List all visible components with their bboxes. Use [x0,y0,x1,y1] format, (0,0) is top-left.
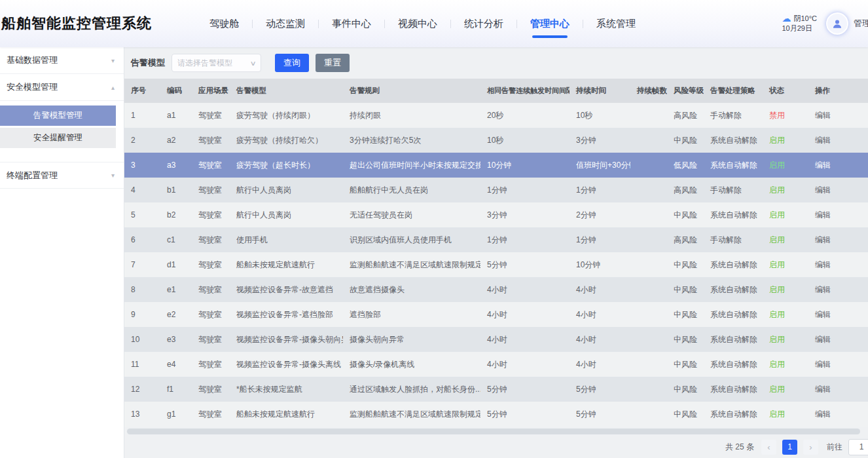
cell-scene: 驾驶室 [192,178,230,202]
cell-action[interactable]: 编辑 [808,402,868,427]
cell-action[interactable]: 编辑 [808,277,868,302]
cell-model: 视频监控设备异常-遮挡脸部 [230,302,343,327]
table-row[interactable]: 2a2驾驶室疲劳驾驶（持续打哈欠）3分钟连续打哈欠5次10秒3分钟中风险系统自动… [124,128,868,153]
table-row[interactable]: 3a3驾驶室疲劳驾驶（超长时长）超出公司值班时间半小时未按规定交接10分钟值班时… [124,153,868,178]
table-row[interactable]: 11e4驾驶室视频监控设备异常-摄像头离线摄像头/录像机离线4小时4小时中风险系… [124,352,868,377]
table-row[interactable]: 10e3驾驶室视频监控设备异常-摄像头朝向异常摄像头朝向异常4小时4小时中风险系… [124,327,868,352]
cell-frames [630,252,667,277]
cell-rule: 遮挡脸部 [343,302,480,327]
alarm-model-select[interactable]: 请选择告警模型 ∨ [172,54,261,72]
cell-strategy: 系统自动解除 [704,302,763,327]
nav-item-statistics[interactable]: 统计分析 [464,18,503,30]
nav-item-management-center[interactable]: 管理中心 [530,18,570,30]
cell-action[interactable]: 编辑 [808,178,868,202]
cell-index: 9 [124,302,160,327]
cell-action[interactable]: 编辑 [808,227,868,252]
cell-index: 4 [124,178,160,202]
cell-frames [630,227,667,252]
cell-scene: 驾驶室 [192,252,230,277]
cell-status: 启用 [763,252,808,277]
nav-item-event-center[interactable]: 事件中心 [332,18,371,30]
prev-page-button[interactable]: ‹ [761,440,776,455]
cell-risk: 中风险 [667,128,704,153]
table-row[interactable]: 1a1驾驶室疲劳驾驶（持续闭眼）持续闭眼20秒10秒高风险手动解除禁用编辑 [124,103,868,128]
table-row[interactable]: 13g1驾驶室船舶未按规定航速航行监测船舶航速不满足区域航速限制规定5分钟5分钟… [124,402,868,427]
sidebar-item-alarm-model-management[interactable]: 告警模型管理 [0,105,116,126]
cell-rule: 通过区域触发人脸抓拍，对船长身份... [343,377,480,402]
cell-rule: 摄像头/录像机离线 [343,352,480,377]
cell-risk: 高风险 [667,103,704,128]
cell-risk: 中风险 [667,302,704,327]
sidebar-submenu: 告警模型管理 安全提醒管理 [0,101,124,154]
cell-strategy: 手动解除 [704,103,763,128]
sidebar-group-security-model[interactable]: 安全模型管理 ▴ [0,74,124,101]
cell-action[interactable]: 编辑 [808,352,868,377]
table-row[interactable]: 6c1驾驶室使用手机识别区域内值班人员使用手机1分钟1分钟高风险手动解除启用编辑 [124,227,868,252]
cell-index: 13 [124,402,160,427]
cell-code: c1 [160,227,192,252]
sidebar-group-basic-data[interactable]: 基础数据管理 ▾ [0,47,124,74]
cell-action[interactable]: 编辑 [808,302,868,327]
cell-scene: 驾驶室 [192,377,230,402]
nav-item-cockpit[interactable]: 驾驶舱 [209,18,239,30]
cell-interval: 5分钟 [480,377,570,402]
weather-temp: 阴10°C [793,14,817,24]
cell-scene: 驾驶室 [192,327,230,352]
search-button[interactable]: 查询 [275,54,309,72]
alarm-model-table: 序号 编码 应用场景 告警模型 告警规则 相同告警连续触发时间间隔 持续时间 持… [124,79,868,427]
cell-action[interactable]: 编辑 [808,202,868,227]
sidebar-item-safety-reminder-management[interactable]: 安全提醒管理 [0,128,116,148]
cell-action[interactable]: 编辑 [808,327,868,352]
cell-action[interactable]: 编辑 [808,252,868,277]
caret-up-icon: ▴ [111,84,115,91]
cell-action[interactable]: 编辑 [808,128,868,153]
nav-item-system-management[interactable]: 系统管理 [596,18,636,30]
cell-rule: 3分钟连续打哈欠5次 [343,128,480,153]
table-body: 1a1驾驶室疲劳驾驶（持续闭眼）持续闭眼20秒10秒高风险手动解除禁用编辑2a2… [124,103,868,427]
cell-index: 5 [124,202,160,227]
cell-action[interactable]: 编辑 [808,103,868,128]
cell-status: 启用 [763,352,808,377]
user-avatar[interactable] [826,12,848,35]
table-row[interactable]: 9e2驾驶室视频监控设备异常-遮挡脸部遮挡脸部4小时4小时中风险系统自动解除启用… [124,302,868,327]
goto-page-input[interactable] [848,439,868,455]
cell-rule: 故意遮挡摄像头 [343,277,480,302]
table-row[interactable]: 8e1驾驶室视频监控设备异常-故意遮挡故意遮挡摄像头4小时4小时中风险系统自动解… [124,277,868,302]
cell-duration: 5分钟 [570,402,630,427]
horizontal-scrollbar[interactable] [124,428,868,435]
cell-action[interactable]: 编辑 [808,153,868,178]
nav-item-dynamic-monitoring[interactable]: 动态监测 [266,18,305,30]
table-row[interactable]: 7d1驾驶室船舶未按规定航速航行监测船舶航速不满足区域航速限制规定5分钟10分钟… [124,252,868,277]
cell-status: 启用 [763,302,808,327]
cell-interval: 4小时 [480,277,570,302]
sidebar-group-terminal-config[interactable]: 终端配置管理 ▾ [0,162,124,189]
nav-divider [252,20,253,28]
cell-duration: 值班时间+30分钟 [570,153,630,178]
cell-strategy: 系统自动解除 [704,202,763,227]
column-header-model: 告警模型 [230,79,343,103]
chevron-left-icon: ‹ [767,442,770,452]
cell-duration: 1分钟 [570,227,630,252]
cell-code: e4 [160,352,192,377]
cell-scene: 驾驶室 [192,302,230,327]
cell-model: 疲劳驾驶（持续闭眼） [230,103,343,128]
next-page-button[interactable]: › [803,440,818,455]
cell-strategy: 系统自动解除 [704,252,763,277]
scrollbar-thumb[interactable] [127,429,860,434]
cell-scene: 驾驶室 [192,153,230,178]
cell-risk: 中风险 [667,402,704,427]
nav-item-video-center[interactable]: 视频中心 [398,18,437,30]
page-button-1[interactable]: 1 [782,440,797,455]
cell-code: b2 [160,202,192,227]
cell-risk: 中风险 [667,352,704,377]
table-row[interactable]: 5b2驾驶室航行中人员离岗无适任驾驶员在岗3分钟2分钟中风险系统自动解除启用编辑 [124,202,868,227]
table-row[interactable]: 4b1驾驶室航行中人员离岗船舶航行中无人员在岗1分钟1分钟高风险手动解除启用编辑 [124,178,868,202]
column-header-status: 状态 [763,79,808,103]
cell-strategy: 系统自动解除 [704,352,763,377]
cell-scene: 驾驶室 [192,202,230,227]
table-row[interactable]: 12f1驾驶室*船长未按规定监航通过区域触发人脸抓拍，对船长身份...5分钟5分… [124,377,868,402]
cell-status: 启用 [763,202,808,227]
reset-button[interactable]: 重置 [316,54,350,72]
column-header-index: 序号 [124,79,160,103]
cell-action[interactable]: 编辑 [808,377,868,402]
